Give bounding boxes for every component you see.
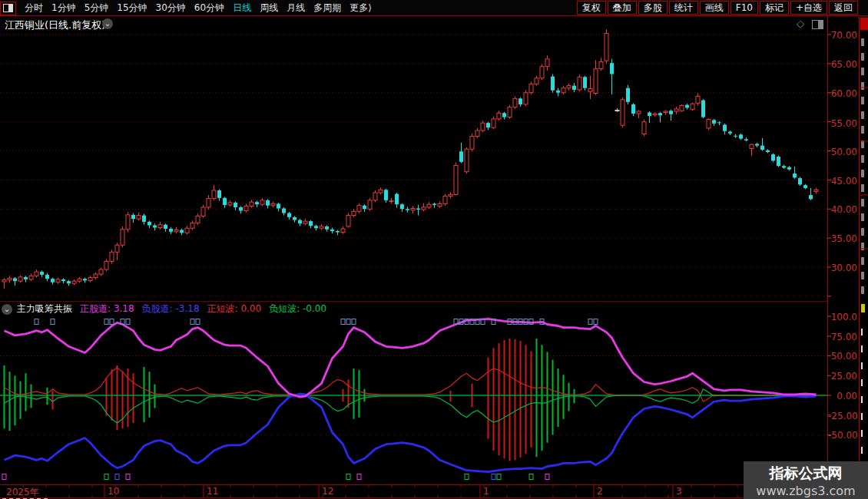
timeline-dec: 12 xyxy=(322,486,333,497)
title-chevron-down-icon[interactable]: ⌄ xyxy=(102,18,113,29)
tab-multi-period[interactable]: 多周期 xyxy=(313,2,341,15)
ind-tick-75: 75.00 xyxy=(828,332,857,342)
tab-fenshi[interactable]: 分时 xyxy=(25,2,43,15)
pos-wave-field: 正短波: 0.00 xyxy=(207,302,262,316)
ind-tick-50: 50.00 xyxy=(828,351,857,362)
period-menu: 分时 1分钟 5分钟 15分钟 30分钟 60分钟 日线 周线 月线 多周期 更… xyxy=(0,0,372,15)
fuquan-button[interactable]: 复权 xyxy=(577,1,606,15)
tab-weekly[interactable]: 周线 xyxy=(260,2,278,15)
tab-more[interactable]: 更多⟩ xyxy=(350,2,372,15)
ind-tick-neg25: -25.00 xyxy=(828,411,857,421)
tab-30min[interactable]: 30分钟 xyxy=(156,2,186,15)
site-watermark: 指标公式网 www.zbgs3.com xyxy=(744,461,868,499)
tab-5min[interactable]: 5分钟 xyxy=(84,2,109,15)
timeline-feb: 2 xyxy=(597,486,603,497)
timeline-year: 2025年 xyxy=(6,486,39,499)
candlestick-and-indicator-chart xyxy=(0,0,868,499)
panel-toggle-icon[interactable] xyxy=(812,20,823,29)
timeline-oct: 10 xyxy=(108,486,119,497)
tab-60min[interactable]: 60分钟 xyxy=(194,2,224,15)
price-tick-45: 45.00 xyxy=(828,176,857,187)
chart-canvas[interactable] xyxy=(0,0,868,499)
price-tick-60: 60.00 xyxy=(828,88,857,99)
price-tick-35: 35.00 xyxy=(828,233,857,244)
ind-tick-neg50: -50.00 xyxy=(828,430,857,441)
toolbar-buttons: 复权 叠加 多股 统计 画线 F10 标记 +自选 返回 xyxy=(575,1,858,15)
price-tick-30: 30.00 xyxy=(828,263,857,273)
layout-toggle-button[interactable] xyxy=(0,2,16,15)
price-tick-50: 50.00 xyxy=(828,147,857,157)
tab-1min[interactable]: 1分钟 xyxy=(51,2,76,15)
price-tick-70: 70.00 xyxy=(828,30,857,41)
statistics-button[interactable]: 统计 xyxy=(669,1,698,15)
ind-tick-0: 0.00 xyxy=(828,391,857,402)
price-tick-40: 40.00 xyxy=(828,204,857,215)
add-watchlist-button[interactable]: +自选 xyxy=(790,1,827,15)
top-toolbar: 分时 1分钟 5分钟 15分钟 30分钟 60分钟 日线 周线 月线 多周期 更… xyxy=(0,0,868,15)
timeline-nov: 11 xyxy=(207,486,218,497)
multi-stock-button[interactable]: 多股 xyxy=(638,1,668,15)
pos-channel-field: 正股道: 3.18 xyxy=(80,302,134,316)
indicator-name[interactable]: 主力吸筹共振 xyxy=(17,302,72,316)
neg-wave-field: 负短波: -0.00 xyxy=(269,302,326,316)
chart-title-bar: 江西铜业(日线.前复权) ⌄ ◇ xyxy=(0,17,827,31)
watermark-url: www.zbgs3.com xyxy=(744,484,868,498)
tab-15min[interactable]: 15分钟 xyxy=(117,2,147,15)
neg-channel-field: 负股道: -3.18 xyxy=(142,302,200,316)
price-tick-55: 55.00 xyxy=(828,118,857,129)
mark-button[interactable]: 标记 xyxy=(760,1,789,15)
indicator-chevron-down-icon[interactable]: ⌄ xyxy=(2,304,12,315)
tab-daily-active[interactable]: 日线 xyxy=(233,2,251,15)
tab-monthly[interactable]: 月线 xyxy=(287,2,305,15)
overlay-button[interactable]: 叠加 xyxy=(608,1,637,15)
timeline-jan: 1 xyxy=(483,486,489,497)
split-view-icon xyxy=(3,4,13,12)
timeline-mar: 3 xyxy=(676,486,682,497)
back-button[interactable]: 返回 xyxy=(829,1,858,15)
page-title: 江西铜业(日线.前复权) xyxy=(5,18,105,32)
ind-tick-25: 25.00 xyxy=(828,371,857,382)
price-tick-65: 65.00 xyxy=(828,59,857,70)
f10-button[interactable]: F10 xyxy=(731,1,758,15)
trading-app-window: 分时 1分钟 5分钟 15分钟 30分钟 60分钟 日线 周线 月线 多周期 更… xyxy=(0,0,868,499)
diamond-marker-icon[interactable]: ◇ xyxy=(797,18,804,29)
indicator-header: ⌄ 主力吸筹共振 正股道: 3.18 负股道: -3.18 正短波: 0.00 … xyxy=(0,302,326,316)
watermark-title: 指标公式网 xyxy=(744,464,868,484)
draw-line-button[interactable]: 画线 xyxy=(700,1,729,15)
ind-tick-100: 100.0 xyxy=(828,312,857,322)
